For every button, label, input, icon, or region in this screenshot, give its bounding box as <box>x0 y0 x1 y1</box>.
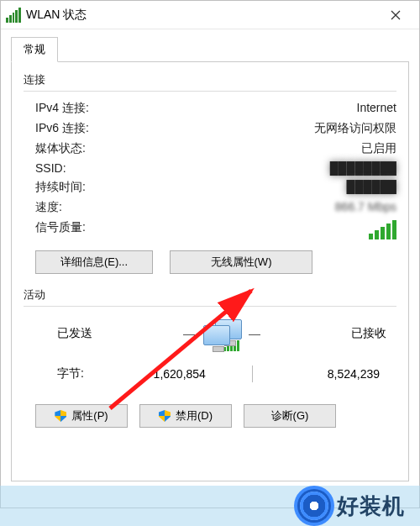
properties-button-label: 属性(P) <box>71 408 108 423</box>
ssid-label: SSID: <box>35 161 66 175</box>
group-activity-title: 活动 <box>24 287 396 302</box>
bytes-row: 字节: 1,620,854 8,524,239 <box>24 354 396 389</box>
window-title: WLAN 状态 <box>26 8 377 23</box>
content-area: 常规 连接 IPv4 连接: Internet IPv6 连接: 无网络访问权限… <box>1 29 419 492</box>
row-ssid: SSID: ████████ <box>24 159 396 177</box>
received-label: 已接收 <box>351 326 386 341</box>
diagnose-button-label: 诊断(G) <box>271 408 309 423</box>
row-speed: 速度: 866.7 Mbps <box>24 197 396 218</box>
ssid-value: ████████ <box>330 161 396 175</box>
duration-value: ██████ <box>346 180 396 195</box>
shield-icon <box>159 410 171 422</box>
ipv4-value: Internet <box>357 101 396 116</box>
bytes-received-value: 8,524,239 <box>270 367 387 381</box>
signal-quality-icon <box>369 220 396 239</box>
network-activity-icon <box>198 317 245 350</box>
titlebar: WLAN 状态 <box>1 1 419 29</box>
divider <box>24 306 396 307</box>
media-state-label: 媒体状态: <box>35 141 86 156</box>
activity-header-row: 已发送 — — 已接收 <box>24 313 396 354</box>
ipv6-value: 无网络访问权限 <box>314 121 396 136</box>
bytes-sent-value: 1,620,854 <box>124 367 235 381</box>
wifi-signal-icon <box>6 8 21 23</box>
group-connection-title: 连接 <box>24 72 396 87</box>
activity-icon: — — <box>183 317 260 350</box>
bottom-button-row: 属性(P) 禁用(D) 诊断(G) <box>35 404 396 428</box>
row-ipv4: IPv4 连接: Internet <box>24 98 396 118</box>
tab-strip: 常规 <box>11 36 409 61</box>
row-ipv6: IPv6 连接: 无网络访问权限 <box>24 118 396 139</box>
row-media-state: 媒体状态: 已启用 <box>24 139 396 159</box>
sent-label: 已发送 <box>57 326 92 341</box>
close-button[interactable] <box>377 2 414 29</box>
row-signal-quality: 信号质量: <box>24 218 396 242</box>
activity-group: 活动 已发送 — — 已接收 <box>24 287 396 428</box>
vertical-divider <box>252 366 253 382</box>
details-button-label: 详细信息(E)... <box>60 255 128 270</box>
wireless-properties-button[interactable]: 无线属性(W) <box>170 250 312 274</box>
media-state-value: 已启用 <box>361 141 396 156</box>
wlan-status-window: WLAN 状态 常规 连接 IPv4 连接: Internet IPv6 连接:… <box>0 0 420 508</box>
duration-label: 持续时间: <box>35 180 86 195</box>
shield-icon <box>55 410 66 422</box>
tab-general[interactable]: 常规 <box>11 37 58 62</box>
diagnose-button[interactable]: 诊断(G) <box>244 404 336 428</box>
close-icon <box>391 10 401 20</box>
divider <box>24 91 396 92</box>
speed-value: 866.7 Mbps <box>335 200 396 215</box>
speed-label: 速度: <box>35 200 62 215</box>
bytes-label: 字节: <box>57 366 124 381</box>
wireless-properties-button-label: 无线属性(W) <box>211 255 272 270</box>
row-duration: 持续时间: ██████ <box>24 177 396 197</box>
detail-button-row: 详细信息(E)... 无线属性(W) <box>35 250 396 274</box>
properties-button[interactable]: 属性(P) <box>35 404 128 428</box>
ipv4-label: IPv4 连接: <box>35 101 89 116</box>
tab-body: 连接 IPv4 连接: Internet IPv6 连接: 无网络访问权限 媒体… <box>11 61 409 481</box>
details-button[interactable]: 详细信息(E)... <box>35 250 153 274</box>
disable-button[interactable]: 禁用(D) <box>139 404 232 428</box>
disable-button-label: 禁用(D) <box>176 408 213 423</box>
signal-quality-label: 信号质量: <box>35 220 86 239</box>
ipv6-label: IPv6 连接: <box>35 121 89 136</box>
